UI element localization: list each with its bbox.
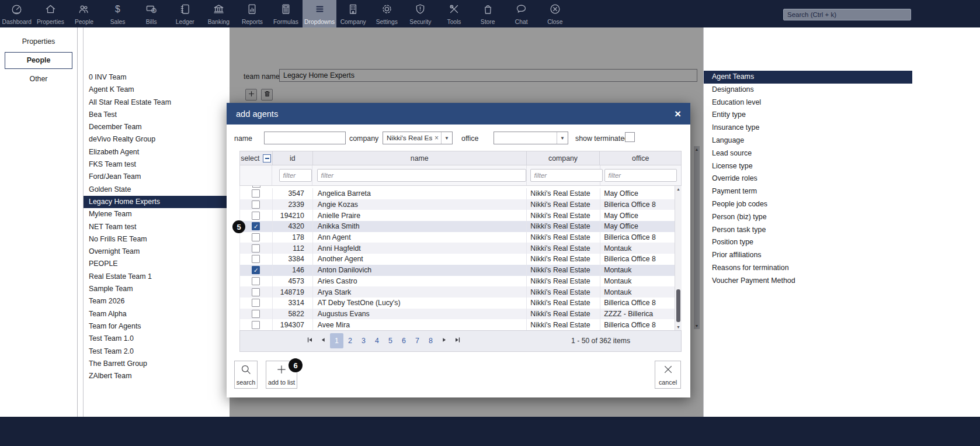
- table-row[interactable]: 2339Angie KozasNikki's Real EstateBiller…: [239, 199, 675, 210]
- next-page-button[interactable]: [437, 333, 451, 348]
- table-row[interactable]: 5822Augustus EvansNikki's Real EstateZZZ…: [239, 309, 675, 320]
- office-column-filter-input[interactable]: [604, 169, 677, 182]
- page-button-1[interactable]: 1: [330, 333, 343, 348]
- table-row[interactable]: 148719Arya StarkNikki's Real EstateMonta…: [239, 286, 675, 298]
- team-item-0-inv-team[interactable]: 0 INV Team: [84, 71, 229, 84]
- team-item-overnight-team[interactable]: Overnight Team: [84, 246, 229, 258]
- page-button-6[interactable]: 6: [397, 333, 411, 348]
- table-row[interactable]: 194307Avee MiraNikki's Real EstateBiller…: [239, 319, 675, 330]
- chevron-down-icon[interactable]: ▼: [442, 136, 452, 141]
- topbar-item-company[interactable]: Company: [336, 0, 370, 27]
- topbar-item-store[interactable]: Store: [471, 0, 505, 27]
- office-dropdown[interactable]: ▼: [494, 132, 568, 144]
- table-row[interactable]: 3384Another AgentNikki's Real EstateBill…: [239, 254, 675, 265]
- sidebar-item-override-roles[interactable]: Override roles: [704, 172, 912, 185]
- row-checkbox[interactable]: [252, 321, 260, 329]
- page-button-8[interactable]: 8: [424, 333, 437, 348]
- topbar-item-sales[interactable]: $Sales: [101, 0, 135, 27]
- topbar-item-close[interactable]: Close: [538, 0, 572, 27]
- row-checkbox[interactable]: [252, 222, 260, 230]
- column-header-office[interactable]: office: [600, 151, 681, 165]
- sidebar-item-voucher-payment-method[interactable]: Voucher Payment Method: [704, 275, 912, 288]
- column-header-name[interactable]: name: [313, 151, 527, 165]
- scrollbar-thumb[interactable]: [676, 289, 680, 322]
- previous-page-button[interactable]: [317, 333, 330, 348]
- topbar-item-reports[interactable]: Reports: [235, 0, 269, 27]
- team-item-team-2026[interactable]: Team 2026: [84, 295, 229, 307]
- row-checkbox[interactable]: [252, 233, 260, 241]
- topbar-item-formulas[interactable]: Formulas: [269, 0, 303, 27]
- team-item-people[interactable]: PEOPLE: [84, 258, 229, 270]
- table-row[interactable]: 194210Anielle PraireNikki's Real EstateM…: [239, 210, 675, 221]
- close-icon[interactable]: ×: [675, 108, 681, 119]
- left-nav-item-other[interactable]: Other: [0, 71, 77, 88]
- page-button-4[interactable]: 4: [370, 333, 384, 348]
- sidebar-item-person-task-type[interactable]: Person task type: [704, 224, 912, 237]
- topbar-item-chat[interactable]: Chat: [505, 0, 538, 27]
- column-header-select[interactable]: select: [240, 151, 273, 165]
- table-scrollbar[interactable]: ▲ ▼: [675, 186, 682, 330]
- chevron-down-icon[interactable]: ▼: [557, 136, 568, 141]
- scroll-down-icon[interactable]: ▼: [675, 325, 682, 329]
- topbar-item-dropdowns[interactable]: Dropdowns: [303, 0, 336, 27]
- topbar-item-banking[interactable]: Banking: [202, 0, 236, 27]
- team-item-the-barrett-group[interactable]: The Barrett Group: [84, 358, 229, 370]
- page-button-5[interactable]: 5: [384, 333, 397, 348]
- sidebar-item-insurance-type[interactable]: Insurance type: [704, 122, 912, 134]
- topbar-item-tools[interactable]: Tools: [437, 0, 471, 27]
- dialog-cancel-button[interactable]: cancel: [655, 361, 681, 389]
- team-item-fks-team-test[interactable]: FKS Team test: [84, 158, 229, 171]
- sidebar-item-designations[interactable]: Designations: [704, 84, 912, 96]
- team-item-agent-k-team[interactable]: Agent K Team: [84, 84, 229, 96]
- row-checkbox[interactable]: [252, 255, 260, 263]
- sidebar-item-language[interactable]: Language: [704, 134, 912, 147]
- topbar-item-security[interactable]: Security: [404, 0, 437, 27]
- team-item-all-star-real-estate-team[interactable]: All Star Real Estate Team: [84, 96, 229, 109]
- team-item-bea-test[interactable]: Bea Test: [84, 109, 229, 121]
- left-nav-item-properties[interactable]: Properties: [0, 33, 77, 50]
- clear-icon[interactable]: ×: [432, 134, 441, 142]
- sidebar-item-entity-type[interactable]: Entity type: [704, 109, 912, 122]
- row-checkbox[interactable]: [252, 266, 260, 274]
- id-filter-input[interactable]: [279, 169, 312, 182]
- topbar-item-dashboard[interactable]: Dashboard: [0, 0, 34, 27]
- last-page-button[interactable]: [451, 333, 464, 348]
- row-checkbox[interactable]: [252, 244, 260, 253]
- team-item-devivo-realty-group[interactable]: deVivo Realty Group: [84, 133, 229, 146]
- topbar-item-people[interactable]: People: [67, 0, 101, 27]
- sidebar-item-position-type[interactable]: Position type: [704, 236, 912, 249]
- page-button-2[interactable]: 2: [343, 333, 357, 348]
- table-row[interactable]: 146Anton DanilovichNikki's Real EstateMo…: [239, 265, 675, 276]
- team-item-december-team[interactable]: December Team: [84, 121, 229, 133]
- row-checkbox[interactable]: [252, 212, 260, 220]
- topbar-item-properties[interactable]: Properties: [34, 0, 68, 27]
- sidebar-item-person-biz-type[interactable]: Person (biz) type: [704, 211, 912, 224]
- table-row[interactable]: 112Anni HagfeldtNikki's Real EstateMonta…: [239, 243, 675, 254]
- team-item-golden-state[interactable]: Golden State: [84, 184, 229, 196]
- sidebar-item-license-type[interactable]: License type: [704, 160, 912, 173]
- topbar-item-ledger[interactable]: Ledger: [168, 0, 202, 27]
- team-item-sample-team[interactable]: Sample Team: [84, 283, 229, 295]
- team-item-elizabeth-agent[interactable]: Elizabeth Agent: [84, 146, 229, 158]
- sidebar-item-people-job-codes[interactable]: People job codes: [704, 198, 912, 211]
- team-item-no-frills-re-team[interactable]: No Frills RE Team: [84, 233, 229, 246]
- team-item-team-alpha[interactable]: Team Alpha: [84, 308, 229, 320]
- name-column-filter-input[interactable]: [317, 169, 526, 182]
- team-item-zalbert-team[interactable]: ZAlbert Team: [84, 370, 229, 382]
- company-column-filter-input[interactable]: [530, 169, 603, 182]
- row-checkbox[interactable]: [252, 189, 260, 198]
- page-button-7[interactable]: 7: [411, 333, 424, 348]
- company-dropdown[interactable]: Nikki's Real Est... × ▼: [383, 132, 453, 144]
- team-item-mylene-team[interactable]: Mylene Team: [84, 208, 229, 220]
- team-item-test-team-1-0[interactable]: Test Team 1.0: [84, 333, 229, 345]
- name-filter-input[interactable]: [264, 132, 346, 144]
- sidebar-item-education-level[interactable]: Education level: [704, 96, 912, 109]
- row-checkbox[interactable]: [252, 277, 260, 285]
- search-button[interactable]: search: [234, 361, 258, 389]
- row-checkbox[interactable]: [252, 200, 260, 209]
- row-checkbox[interactable]: [252, 310, 260, 318]
- team-item-real-estate-team-1[interactable]: Real Estate Team 1: [84, 271, 229, 283]
- table-row[interactable]: 4320Anikka SmithNikki's Real EstateMay O…: [239, 221, 675, 232]
- table-row[interactable]: 4573Aries CastroNikki's Real EstateMonta…: [239, 276, 675, 287]
- team-item-net-team-test[interactable]: NET Team test: [84, 221, 229, 233]
